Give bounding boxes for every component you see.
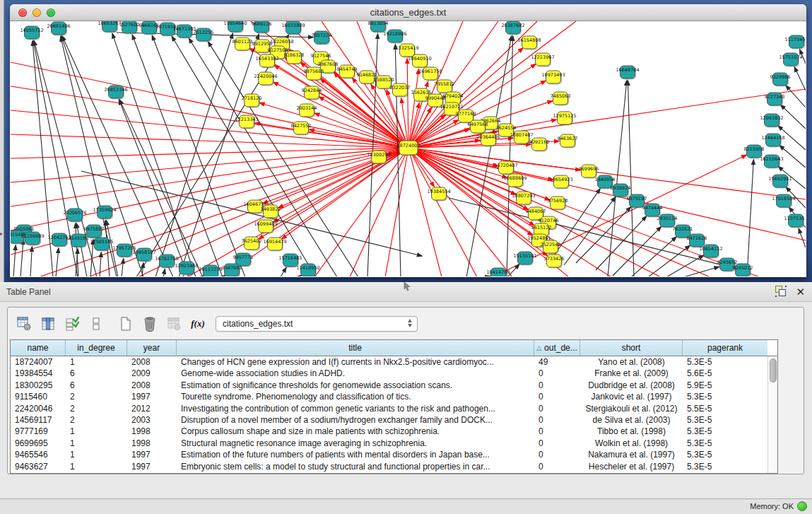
graph-node[interactable]: 16033809 [281,21,305,35]
graph-node[interactable]: 9242844 [302,86,322,100]
graph-node[interactable]: 19218986 [383,30,406,44]
table-settings-icon[interactable] [15,314,33,334]
graph-node[interactable]: 8322037 [390,83,411,98]
graph-node[interactable]: 10688609 [503,174,526,188]
table-row[interactable]: 1456911722003Disruption of a novel membe… [11,414,767,426]
graph-node[interactable]: 9245012 [733,264,753,276]
graph-node[interactable]: 15751074 [779,53,802,67]
graph-node[interactable]: 7625402 [242,237,262,251]
graph-node[interactable]: 12093832 [760,114,783,128]
graph-node[interactable]: 15692951 [768,175,792,189]
graph-node[interactable]: 18724007 [396,141,420,156]
graph-node[interactable]: 17016504 [772,194,795,209]
graph-node[interactable]: 6497568 [468,120,488,134]
column-header-year[interactable]: year [127,340,177,356]
graph-node[interactable]: 19654923 [549,175,572,189]
graph-edge-black [163,269,165,276]
graph-node[interactable]: 12444158 [761,134,784,148]
graph-node[interactable]: 8427552 [291,122,312,136]
graph-node[interactable]: 1733426 [544,255,565,269]
citation-network-graph[interactable]: 1872400718300295193845548601123891295518… [11,21,806,276]
import-table-icon[interactable] [165,314,183,334]
graph-node[interactable]: 2803144 [297,104,317,118]
table-row[interactable]: 946554611997Estimation of the future num… [11,449,767,460]
graph-node[interactable]: 20387682 [501,21,524,35]
graph-node-label: 8427552 [291,123,312,129]
column-header-pagerank[interactable]: pagerank [683,340,767,356]
graph-node[interactable]: 8601123 [233,37,253,52]
cell-out-de-: 0 [534,426,580,437]
table-row[interactable]: 946362711997Embryonic stem cells: a mode… [11,461,767,472]
function-builder-icon[interactable]: f(x) [189,314,207,334]
column-header-short[interactable]: short [580,340,683,356]
graph-node[interactable]: 11173451 [784,35,806,49]
delete-column-icon[interactable] [141,314,159,334]
table-row[interactable]: 1830029562008Estimation of significance … [11,380,767,391]
graph-node[interactable]: 20691406 [47,22,70,36]
graph-node[interactable]: 20853346 [104,86,127,100]
column-header-out-de-[interactable]: △out_de... [534,340,580,356]
graph-node-label: 9245652 [717,259,738,265]
graph-node[interactable]: 11075353 [784,214,806,228]
scrollbar-thumb[interactable] [770,358,777,382]
table-row[interactable]: 911546021997Tourette syndrome. Phenomeno… [11,391,767,402]
graph-node[interactable]: 9347881 [222,264,242,276]
column-header-name[interactable]: name [11,340,66,356]
graph-node[interactable]: 11418950 [296,264,319,276]
column-visibility-icon[interactable] [39,314,57,334]
graph-node[interactable]: 16210643 [760,155,783,169]
graph-node[interactable]: 9227343 [765,93,785,107]
graph-node[interactable]: 16648784 [616,66,639,80]
graph-node[interactable]: 10973493 [541,71,565,85]
graph-node[interactable]: 10653287 [98,21,121,33]
graph-node[interactable]: 8186328 [284,51,305,65]
table-row[interactable]: 1872400712008Changes of HCN gene express… [11,356,767,368]
column-header-in-degree[interactable]: in_degree [66,340,127,356]
graph-node[interactable]: 9329966 [770,73,791,87]
table-row[interactable]: 977716911998Corpus callosum shape and si… [11,426,767,437]
left-panel-divider[interactable]: ▸ [0,0,4,282]
graph-node[interactable]: 13954640 [223,21,247,33]
graph-node[interactable]: 10112238 [199,265,222,276]
table-row[interactable]: 969969511998Structural magnetic resonanc… [11,438,767,449]
network-canvas[interactable]: 1872400718300295193845548601123891295518… [11,21,806,276]
graph-node[interactable]: 9875685 [304,67,324,81]
graph-edge-black [183,276,184,276]
graph-node[interactable]: 12213343 [235,115,258,129]
column-header-title[interactable]: title [177,340,534,356]
graph-node[interactable]: 16154808 [517,36,541,50]
graph-node[interactable]: 14055712 [20,26,43,40]
network-window-titlebar[interactable]: citations_edges.txt [10,4,806,21]
graph-node[interactable]: 15135141 [513,252,536,266]
row-layout-icon[interactable] [87,314,105,334]
table-row[interactable]: 1938455462009Genome-wide association stu… [11,368,767,379]
float-panel-icon[interactable] [775,286,787,298]
graph-node[interactable]: 7512255 [194,28,214,42]
graph-edge-black [596,216,647,270]
new-column-icon[interactable] [117,314,135,334]
graph-node[interactable]: 7485063 [551,92,571,106]
graph-node[interactable]: 16914479 [263,238,286,252]
graph-node[interactable]: 18640910 [408,54,431,69]
cell-pagerank: 5.6E-5 [683,368,767,379]
close-panel-icon[interactable]: ✕ [796,286,805,298]
table-source-dropdown[interactable]: citations_edges.txt [216,316,418,332]
graph-edge-red [273,148,408,222]
graph-node[interactable]: 16961758 [418,67,442,81]
graph-node[interactable]: 7857224 [312,31,332,45]
graph-node[interactable]: 9092160 [529,138,550,152]
graph-node[interactable]: 16099489 [254,220,277,234]
panel-collapse-handle[interactable]: ▸ [0,230,3,237]
graph-node-label: 16154808 [517,37,541,43]
graph-node-label: 10112238 [199,267,222,272]
table-row[interactable]: 2242004622012Investigating the contribut… [11,403,767,414]
graph-node-label: 9245012 [733,265,753,271]
table-scrollbar[interactable] [767,356,777,473]
graph-node[interactable]: 9463627 [558,134,578,148]
select-rows-icon[interactable] [63,314,81,334]
graph-node[interactable]: 1145193 [69,234,89,248]
graph-node[interactable]: 15720407 [494,161,517,175]
graph-node[interactable]: 9689126 [252,21,272,34]
graph-node[interactable]: 10414793 [486,268,510,276]
graph-node[interactable]: 19384554 [427,187,450,201]
